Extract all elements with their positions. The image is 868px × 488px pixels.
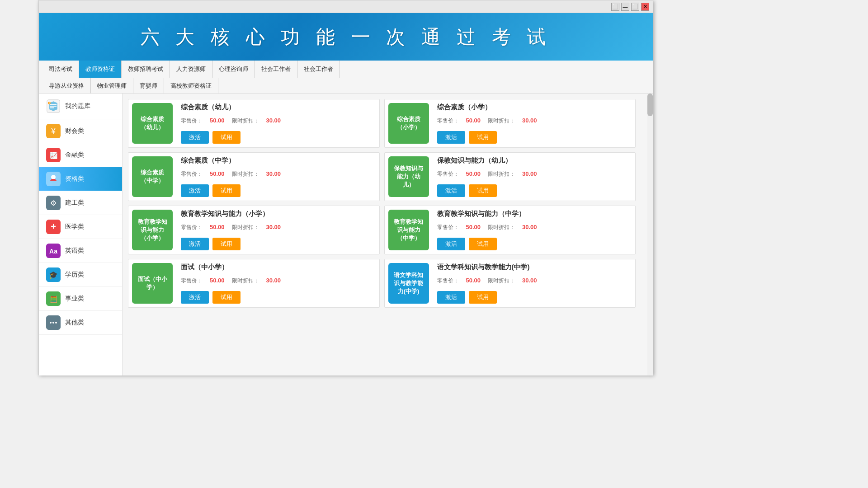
discount-label-p2: 限时折扣：: [488, 117, 515, 125]
sidebar-item-xl-label: 学历类: [65, 271, 84, 279]
restore-button[interactable]: ⬜: [611, 3, 619, 11]
product-info-p3: 综合素质（中学） 零售价： 50.00 限时折扣： 30.00 激活 试用: [176, 153, 379, 201]
product-buttons-p4: 激活 试用: [437, 184, 631, 197]
product-price-p6: 零售价： 50.00 限时折扣： 30.00: [437, 224, 631, 231]
sidebar-item-sy[interactable]: 🧮 事业类: [39, 287, 122, 311]
discount-label-p6: 限时折扣：: [488, 224, 515, 231]
retail-label-p6: 零售价：: [437, 224, 459, 231]
activate-button-p1[interactable]: 激活: [181, 131, 209, 144]
product-name-p5: 教育教学知识与能力（小学）: [181, 210, 375, 218]
product-price-p8: 零售价： 50.00 限时折扣： 30.00: [437, 277, 631, 285]
trial-button-p5[interactable]: 试用: [212, 238, 241, 250]
nav-shgz1[interactable]: 社会工作者: [255, 61, 297, 78]
nav-shgz2[interactable]: 社会工作者: [297, 61, 340, 78]
svg-rect-9: [50, 180, 57, 181]
close-button[interactable]: ✕: [641, 3, 649, 11]
product-buttons-p8: 激活 试用: [437, 291, 631, 304]
nav-sifa[interactable]: 司法考试: [42, 61, 79, 78]
nav-jszy[interactable]: 教师资格证: [79, 61, 122, 78]
nav-gxjs[interactable]: 高校教师资格证: [164, 78, 218, 94]
retail-value-p4: 50.00: [466, 170, 481, 178]
svg-text:🧮: 🧮: [50, 296, 58, 303]
product-info-p1: 综合素质（幼儿） 零售价： 50.00 限时折扣： 30.00 激活 试用: [176, 99, 379, 147]
sidebar-item-cj[interactable]: ¥ 财会类: [39, 119, 122, 143]
activate-button-p6[interactable]: 激活: [437, 238, 465, 250]
svg-point-22: [52, 322, 54, 324]
scrollbar-thumb[interactable]: [647, 94, 653, 116]
product-buttons-p3: 激活 试用: [181, 184, 375, 197]
sidebar-item-jr[interactable]: 📈 金融类: [39, 143, 122, 167]
trial-button-p6[interactable]: 试用: [469, 238, 497, 250]
sidebar-item-jg-label: 建工类: [65, 199, 84, 207]
trial-button-p4[interactable]: 试用: [469, 184, 497, 197]
product-name-p4: 保教知识与能力（幼儿）: [437, 156, 631, 165]
activate-button-p8[interactable]: 激活: [437, 291, 465, 304]
trial-button-p3[interactable]: 试用: [212, 184, 241, 197]
discount-label-p7: 限时折扣：: [232, 277, 259, 285]
activate-button-p5[interactable]: 激活: [181, 238, 209, 250]
sidebar-item-yx[interactable]: + 医学类: [39, 215, 122, 239]
sidebar-item-cj-label: 财会类: [65, 127, 84, 135]
sidebar-item-sy-label: 事业类: [65, 295, 84, 303]
retail-label-p4: 零售价：: [437, 170, 459, 178]
trial-button-p1[interactable]: 试用: [212, 131, 241, 144]
product-name-p8: 语文学科知识与教学能力(中学): [437, 263, 631, 272]
retail-label-p7: 零售价：: [181, 277, 203, 285]
discount-label-p3: 限时折扣：: [232, 170, 259, 178]
product-price-p5: 零售价： 50.00 限时折扣： 30.00: [181, 224, 375, 231]
nav-xlzx[interactable]: 心理咨询师: [212, 61, 255, 78]
product-badge-p2: 综合素质（小学）: [388, 103, 429, 144]
retail-value-p3: 50.00: [210, 170, 225, 178]
discount-value-p3: 30.00: [266, 170, 281, 178]
sidebar-item-jg[interactable]: ⚙ 建工类: [39, 191, 122, 215]
svg-text:🎓: 🎓: [49, 271, 58, 279]
retail-label-p5: 零售价：: [181, 224, 203, 231]
trial-button-p2[interactable]: 试用: [469, 131, 497, 144]
sidebar-item-zg[interactable]: 资格类: [39, 167, 122, 191]
retail-label-p3: 零售价：: [181, 170, 203, 178]
trial-button-p8[interactable]: 试用: [469, 291, 497, 304]
product-card-p8: 语文学科知识与教学能力(中学) 语文学科知识与教学能力(中学) 零售价： 50.…: [384, 259, 636, 308]
discount-value-p8: 30.00: [522, 277, 537, 285]
nav-wygl[interactable]: 物业管理师: [91, 78, 133, 94]
product-card-p1: 综合素质（幼儿） 综合素质（幼儿） 零售价： 50.00 限时折扣： 30.00…: [128, 99, 380, 148]
trial-button-p7[interactable]: 试用: [212, 291, 241, 304]
nav-dyzy[interactable]: 导游从业资格: [42, 78, 91, 94]
sidebar-header-title: 我的题库: [65, 102, 90, 110]
zg-icon: [46, 172, 61, 186]
sidebar-item-qt[interactable]: 其他类: [39, 311, 122, 335]
nav-ys[interactable]: 育婴师: [133, 78, 164, 94]
product-grid: 综合素质（幼儿） 综合素质（幼儿） 零售价： 50.00 限时折扣： 30.00…: [128, 99, 642, 308]
nav-area: 司法考试 教师资格证 教师招聘考试 人力资源师 心理咨询师 社会工作者 社会工作…: [39, 61, 653, 94]
product-card-p7: 面试（中小学） 面试（中小学） 零售价： 50.00 限时折扣： 30.00 激…: [128, 259, 380, 308]
scrollbar-track[interactable]: [647, 94, 653, 375]
sidebar-item-yy[interactable]: Aa 英语类: [39, 239, 122, 263]
product-card-p3: 综合素质（中学） 综合素质（中学） 零售价： 50.00 限时折扣： 30.00…: [128, 152, 380, 201]
nav-row-2: 导游从业资格 物业管理师 育婴师 高校教师资格证: [42, 78, 649, 94]
yx-icon: +: [46, 220, 61, 234]
product-buttons-p5: 激活 试用: [181, 238, 375, 250]
svg-point-23: [55, 322, 57, 324]
product-name-p6: 教育教学知识与能力（中学）: [437, 210, 631, 218]
activate-button-p7[interactable]: 激活: [181, 291, 209, 304]
sidebar-item-jr-label: 金融类: [65, 151, 84, 159]
activate-button-p4[interactable]: 激活: [437, 184, 465, 197]
product-card-p4: 保教知识与能力（幼儿） 保教知识与能力（幼儿） 零售价： 50.00 限时折扣：…: [384, 152, 636, 201]
product-name-p3: 综合素质（中学）: [181, 156, 375, 165]
retail-label-p2: 零售价：: [437, 117, 459, 125]
header-title: 六 大 核 心 功 能 一 次 通 过 考 试: [141, 24, 551, 50]
maximize-button[interactable]: ⬜: [631, 3, 639, 11]
activate-button-p3[interactable]: 激活: [181, 184, 209, 197]
minimize-button[interactable]: —: [621, 3, 629, 11]
sidebar-item-xl[interactable]: 🎓 学历类: [39, 263, 122, 287]
activate-button-p2[interactable]: 激活: [437, 131, 465, 144]
product-price-p3: 零售价： 50.00 限时折扣： 30.00: [181, 170, 375, 178]
main-layout: 我的题库 ¥ 财会类 📈 金融类 资格类: [39, 94, 653, 375]
nav-jszp[interactable]: 教师招聘考试: [122, 61, 170, 78]
product-buttons-p1: 激活 试用: [181, 131, 375, 144]
content-area: 综合素质（幼儿） 综合素质（幼儿） 零售价： 50.00 限时折扣： 30.00…: [123, 94, 647, 375]
nav-rlzy[interactable]: 人力资源师: [170, 61, 212, 78]
product-badge-p3: 综合素质（中学）: [132, 156, 173, 197]
discount-value-p4: 30.00: [522, 170, 537, 178]
discount-label-p1: 限时折扣：: [232, 117, 259, 125]
